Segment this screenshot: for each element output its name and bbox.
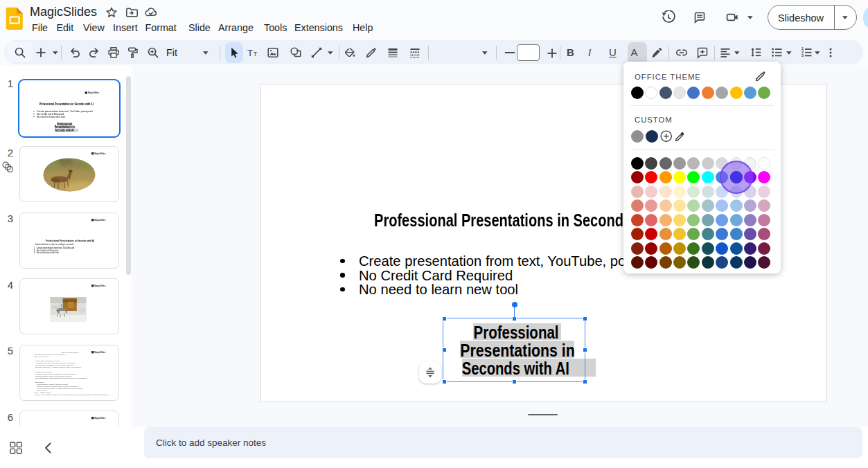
svg-text:T: T <box>254 50 258 57</box>
svg-text:T: T <box>247 48 253 58</box>
svg-text:3: 3 <box>801 53 804 57</box>
